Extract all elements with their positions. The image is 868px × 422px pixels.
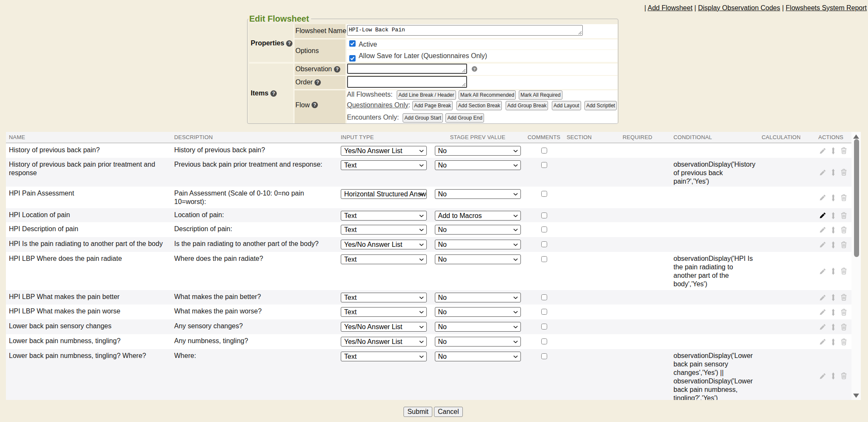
svg-text:?: ?	[336, 67, 339, 72]
svg-text:?: ?	[473, 67, 476, 71]
svg-text:?: ?	[272, 91, 275, 96]
svg-text:?: ?	[316, 80, 319, 85]
svg-text:?: ?	[313, 103, 316, 108]
svg-text:?: ?	[288, 41, 291, 46]
